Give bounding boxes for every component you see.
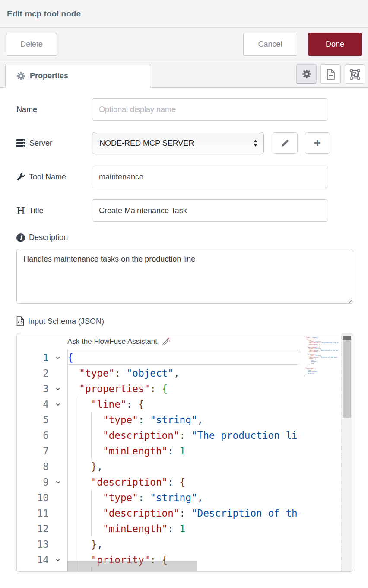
code-text: "type": "string", <box>67 490 298 505</box>
server-select[interactable]: NODE-RED MCP SERVER <box>92 132 264 154</box>
code-text: }, <box>67 537 298 552</box>
editor-tab-buttons <box>296 64 365 84</box>
line-number: 5 <box>17 412 49 428</box>
description-wrap: Handles maintenance tasks on the product… <box>16 249 353 305</box>
tab-bar: Properties <box>0 61 368 88</box>
scrollbar-decoration <box>343 336 351 340</box>
dialog-header: Edit mcp tool node <box>0 0 368 28</box>
code-line[interactable]: 10 "type": "string", <box>17 490 353 505</box>
select-arrows-icon <box>254 140 257 147</box>
heading-icon: H <box>16 206 25 216</box>
code-text: "minLength": 1 <box>67 521 298 537</box>
name-input[interactable] <box>92 98 328 121</box>
code-line[interactable]: 2 "type": "object", <box>17 365 353 381</box>
fold-chevron-icon[interactable]: ⌄ <box>52 379 63 395</box>
line-number: 7 <box>17 443 49 459</box>
code-text: "minLength": 1 <box>67 443 298 459</box>
code-line[interactable]: 5 "type": "string", <box>17 412 353 428</box>
title-label: H Title <box>16 206 92 216</box>
code-line[interactable]: 3⌄ "properties": { <box>17 381 353 396</box>
pencil-icon <box>281 139 289 147</box>
vertical-scrollbar[interactable] <box>341 333 352 571</box>
line-number: 10 <box>17 490 49 505</box>
code-text: "properties": { <box>67 381 298 396</box>
description-textarea[interactable]: Handles maintenance tasks on the product… <box>16 249 353 304</box>
tool-name-input[interactable] <box>92 166 328 188</box>
gear-icon <box>17 72 25 80</box>
tool-name-row: Tool Name <box>16 166 353 188</box>
line-number: 13 <box>17 537 49 552</box>
edit-server-button[interactable] <box>273 132 298 154</box>
code-line[interactable]: 8 }, <box>17 459 353 474</box>
line-number: 6 <box>17 428 49 443</box>
title-input[interactable] <box>92 199 328 222</box>
server-icon <box>16 139 25 147</box>
line-number: 3 <box>17 381 49 396</box>
name-label: Name <box>16 105 92 114</box>
code-line[interactable]: 12 "minLength": 1 <box>17 521 353 537</box>
server-label: Server <box>16 139 92 148</box>
delete-button[interactable]: Delete <box>6 33 57 56</box>
plus-icon: + <box>314 137 321 150</box>
name-row: Name <box>16 98 353 121</box>
server-select-value: NODE-RED MCP SERVER <box>99 139 194 148</box>
code-line[interactable]: 7 "minLength": 1 <box>17 443 353 459</box>
code-line[interactable]: 11 "description": "Description of the ma <box>17 505 353 521</box>
done-button[interactable]: Done <box>308 33 362 56</box>
code-text: "description": { <box>67 474 298 490</box>
assistant-prompt[interactable]: Ask the FlowFuse Assistant <box>67 333 171 350</box>
button-bar: Delete Cancel Done <box>0 28 368 61</box>
fold-chevron-icon[interactable]: ⌄ <box>52 550 63 566</box>
fold-chevron-icon[interactable]: ⌄ <box>52 473 63 488</box>
line-number: 11 <box>17 505 49 521</box>
code-line[interactable]: 13 }, <box>17 537 353 552</box>
line-number: 14 <box>17 552 49 568</box>
code-text: "description": "Description of the ma <box>67 505 298 521</box>
code-text: { <box>67 350 298 365</box>
minimap[interactable]: { "type": "object", "properties": { "lin… <box>304 336 340 377</box>
server-row: Server NODE-RED MCP SERVER + <box>16 132 353 154</box>
code-line[interactable]: 4⌄ "line": { <box>17 396 353 412</box>
code-text: "line": { <box>67 396 298 412</box>
gear-icon <box>302 70 311 78</box>
assistant-label: Ask the FlowFuse Assistant <box>67 337 157 346</box>
appearance-tab-button[interactable] <box>345 64 365 84</box>
cancel-button[interactable]: Cancel <box>243 33 297 56</box>
wrench-icon <box>16 173 25 181</box>
line-number: 2 <box>17 365 49 381</box>
horizontal-scrollbar-thumb[interactable] <box>67 561 197 571</box>
line-number: 1 <box>17 350 49 365</box>
json-editor[interactable]: Ask the FlowFuse Assistant 1⌄{2 "type": … <box>16 333 353 572</box>
add-server-button[interactable]: + <box>305 132 330 154</box>
code-line[interactable]: 6 "description": "The production line n <box>17 428 353 443</box>
code-line[interactable]: 1⌄{ <box>17 350 353 365</box>
tab-properties[interactable]: Properties <box>5 64 150 88</box>
magic-wand-icon <box>161 337 171 346</box>
code-text: "type": "object", <box>67 365 298 381</box>
appearance-icon <box>350 69 360 80</box>
dialog-title: Edit mcp tool node <box>7 9 81 19</box>
tab-properties-label: Properties <box>30 71 68 80</box>
line-number: 12 <box>17 521 49 537</box>
document-icon <box>327 69 335 80</box>
vertical-scrollbar-thumb[interactable] <box>343 336 351 418</box>
minimap-content: { "type": "object", "properties": { "lin… <box>304 336 340 377</box>
code-text: }, <box>67 459 298 474</box>
fold-chevron-icon[interactable]: ⌄ <box>52 348 63 364</box>
properties-panel: Name Server <box>0 88 368 572</box>
fold-chevron-icon[interactable]: ⌄ <box>52 395 63 410</box>
description-tab-button[interactable] <box>320 64 341 84</box>
code-line[interactable]: 9⌄ "description": { <box>17 474 353 490</box>
description-label: i Description <box>16 233 353 242</box>
properties-tab-button[interactable] <box>296 64 317 84</box>
title-row: H Title <box>16 199 353 222</box>
input-schema-label: Input Schema (JSON) <box>16 316 353 326</box>
code-lines[interactable]: 1⌄{2 "type": "object",3⌄ "properties": {… <box>17 350 353 572</box>
tool-name-label: Tool Name <box>16 173 92 182</box>
line-number: 4 <box>17 396 49 412</box>
line-number: 9 <box>17 474 49 490</box>
code-file-icon <box>16 316 24 326</box>
code-text: "type": "string", <box>67 412 298 428</box>
line-number: 15 <box>17 568 49 572</box>
line-number: 8 <box>17 459 49 474</box>
